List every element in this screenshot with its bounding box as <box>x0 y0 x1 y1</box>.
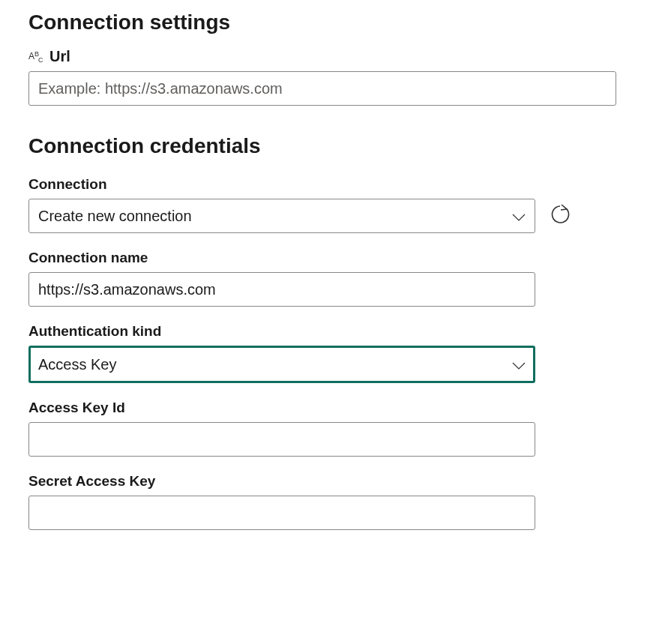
connection-name-input[interactable] <box>28 272 535 307</box>
authentication-kind-label: Authentication kind <box>28 323 535 340</box>
refresh-icon[interactable] <box>549 203 571 229</box>
chevron-down-icon <box>512 208 526 225</box>
chevron-down-icon <box>512 356 526 373</box>
svg-text:C: C <box>38 56 43 64</box>
authentication-kind-value: Access Key <box>38 356 116 373</box>
url-label: Url <box>49 48 70 65</box>
connection-select-value: Create new connection <box>38 208 192 225</box>
connection-settings-title: Connection settings <box>28 10 628 34</box>
authentication-kind-select[interactable]: Access Key <box>28 346 535 383</box>
connection-name-label: Connection name <box>28 250 535 266</box>
url-label-row: A B C Url <box>28 48 628 65</box>
connection-select[interactable]: Create new connection <box>28 199 535 233</box>
access-key-id-input[interactable] <box>28 422 535 457</box>
connection-label: Connection <box>28 176 535 193</box>
connection-credentials-title: Connection credentials <box>28 134 628 158</box>
svg-text:A: A <box>28 51 34 61</box>
abc-icon: A B C <box>28 50 45 64</box>
secret-access-key-label: Secret Access Key <box>28 473 535 490</box>
url-input[interactable] <box>28 71 616 106</box>
secret-access-key-input[interactable] <box>28 496 535 530</box>
access-key-id-label: Access Key Id <box>28 400 535 416</box>
